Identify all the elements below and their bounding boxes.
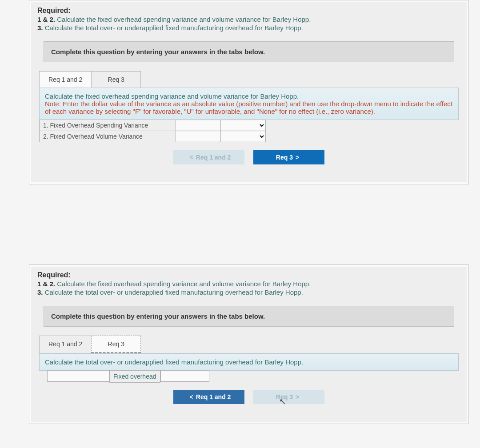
overhead-amount-input[interactable] — [160, 370, 209, 382]
tabs-row: Req 1 and 2 Req 3 — [39, 71, 467, 88]
prompt-box-2: Calculate the total over- or underapplie… — [39, 353, 459, 371]
nav-row: < Req 1 and 2 Req 3 > — [31, 150, 467, 164]
chevron-right-icon: > — [296, 154, 299, 161]
table-row: 1. Fixed Overhead Spending Variance — [40, 120, 266, 131]
required-line-2b-num: 3. — [37, 288, 43, 296]
nav-prev-label-2: Req 1 and 2 — [196, 393, 231, 400]
row-1-effect-cell — [221, 120, 266, 131]
required-line-2b: 3. Calculate the total over- or underapp… — [37, 288, 460, 296]
required-line-2: 3. Calculate the total over- or underapp… — [37, 24, 460, 32]
required-line-1-num: 1 & 2. — [37, 16, 55, 23]
row-2-effect-select[interactable] — [221, 132, 265, 141]
tab-req-1-2b[interactable]: Req 1 and 2 — [39, 336, 92, 353]
required-block-2: Required: 1 & 2. Calculate the fixed ove… — [31, 267, 467, 300]
question-card-1: Required: 1 & 2. Calculate the fixed ove… — [29, 0, 469, 184]
table-row: 2. Fixed Overhead Volume Variance — [40, 131, 266, 142]
chevron-left-icon: < — [190, 393, 193, 400]
question-card-2: Required: 1 & 2. Calculate the fixed ove… — [29, 264, 469, 424]
prompt-note: Note: Enter the dollar value of the vari… — [45, 100, 452, 115]
cursor-icon: ⭦ — [279, 398, 286, 406]
required-block: Required: 1 & 2. Calculate the fixed ove… — [31, 2, 467, 35]
chevron-left-icon: < — [190, 154, 193, 161]
row-1-label: 1. Fixed Overhead Spending Variance — [40, 120, 176, 131]
row-1-effect-select[interactable] — [221, 120, 265, 130]
question-card-1-inner: Required: 1 & 2. Calculate the fixed ove… — [31, 2, 467, 182]
nav-next-button-2: Req 3 > ⭦ — [253, 390, 324, 404]
row-2-label: 2. Fixed Overhead Volume Variance — [40, 131, 176, 142]
answer-row-2: Fixed overhead — [47, 370, 459, 382]
required-line-2b-text: Calculate the total over- or underapplie… — [43, 288, 303, 296]
chevron-right-icon: > — [296, 393, 299, 400]
required-line-2-num: 3. — [37, 24, 43, 32]
answer-table: 1. Fixed Overhead Spending Variance 2. F… — [39, 120, 266, 142]
nav-prev-button-2[interactable]: < Req 1 and 2 — [173, 390, 244, 404]
tab-req-3b[interactable]: Req 3 — [91, 336, 141, 353]
required-line-1b-num: 1 & 2. — [37, 280, 55, 288]
row-2-value-cell — [176, 131, 221, 142]
required-label-2: Required: — [37, 271, 71, 279]
prompt-box: Calculate the fixed overhead spending va… — [39, 88, 459, 120]
overhead-type-input[interactable] — [47, 370, 109, 382]
nav-prev-label: Req 1 and 2 — [196, 154, 231, 161]
instruction-bar: Complete this question by entering your … — [44, 41, 454, 62]
spacer — [0, 184, 480, 264]
fixed-overhead-label: Fixed overhead — [109, 370, 160, 383]
row-1-value-input[interactable] — [176, 120, 220, 130]
nav-next-button[interactable]: Req 3 > — [253, 150, 324, 164]
nav-prev-button: < Req 1 and 2 — [173, 150, 244, 164]
instruction-bar-2: Complete this question by entering your … — [44, 306, 454, 327]
tab-req-1-2[interactable]: Req 1 and 2 — [39, 71, 92, 88]
question-card-2-inner: Required: 1 & 2. Calculate the fixed ove… — [31, 267, 467, 422]
tab-req-3[interactable]: Req 3 — [91, 71, 141, 88]
row-2-value-input[interactable] — [176, 132, 220, 141]
prompt-main: Calculate the fixed overhead spending va… — [45, 92, 299, 100]
required-line-1-text: Calculate the fixed overhead spending va… — [55, 16, 311, 23]
required-label: Required: — [37, 7, 71, 14]
required-line-2-text: Calculate the total over- or underapplie… — [43, 24, 303, 32]
tabs-row-2: Req 1 and 2 Req 3 — [39, 336, 467, 353]
required-line-1b: 1 & 2. Calculate the fixed overhead spen… — [37, 280, 460, 288]
row-1-value-cell — [176, 120, 221, 131]
row-2-effect-cell — [221, 131, 266, 142]
prompt-main-2: Calculate the total over- or underapplie… — [45, 358, 303, 366]
nav-row-2: < Req 1 and 2 Req 3 > ⭦ — [31, 390, 467, 404]
nav-next-label: Req 3 — [276, 154, 293, 161]
required-line-1: 1 & 2. Calculate the fixed overhead spen… — [37, 16, 460, 23]
required-line-1b-text: Calculate the fixed overhead spending va… — [55, 280, 311, 288]
